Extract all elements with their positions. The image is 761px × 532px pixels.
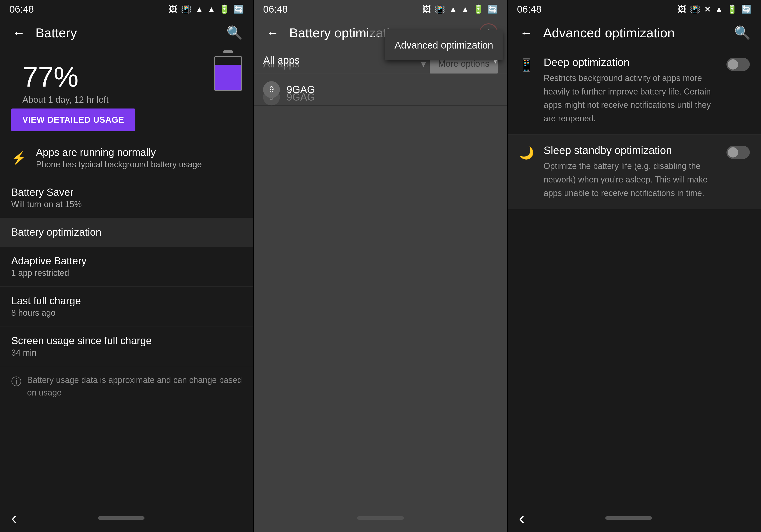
adaptive-battery-item[interactable]: Adaptive Battery 1 app restricted <box>0 247 253 287</box>
nav-back-3[interactable]: ‹ <box>519 508 525 528</box>
status-time-3: 06:48 <box>517 4 542 15</box>
signal-icon: ▲ <box>207 4 216 14</box>
vibrate-icon-3: 📳 <box>690 4 700 14</box>
apps-normal-item: ⚡ Apps are running normally Phone has ty… <box>0 138 253 178</box>
apps-normal-title: Apps are running normally <box>36 146 242 158</box>
battery-saver-subtitle: Will turn on at 15% <box>11 199 242 209</box>
advanced-optimization-menu-item[interactable]: Advanced optimization <box>385 32 502 58</box>
battery-optimization-panel: 06:48 🖼 📳 ▲ ▲ 🔋 🔄 ← Battery optimization… <box>254 0 507 532</box>
sleep-opt-icon: 🌙 <box>519 146 535 160</box>
status-bar-1: 06:48 🖼 📳 ▲ ▲ 🔋 🔄 <box>0 0 253 19</box>
screen-usage-item: Screen usage since full charge 34 min <box>0 326 253 366</box>
top-bar-3: ← Advanced optimization 🔍 <box>508 19 761 47</box>
nav-bottom-3: ‹ <box>508 504 761 532</box>
page-title-1: Battery <box>35 25 218 40</box>
deep-optimization-section: 📱 Deep optimization Restricts background… <box>508 47 761 134</box>
deep-opt-toggle[interactable] <box>727 58 750 71</box>
status-icons-3: 🖼 📳 ✕ ▲ 🔋 🔄 <box>678 4 752 14</box>
nav-back-1[interactable]: ‹ <box>11 508 17 528</box>
nav-pill-1 <box>98 516 145 520</box>
battery-optimization-item[interactable]: Battery optimization <box>0 218 253 247</box>
battery-cap <box>223 50 233 53</box>
wifi-icon-3: ✕ <box>704 4 711 14</box>
battery-fill <box>215 65 241 90</box>
search-button-1[interactable]: 🔍 <box>225 23 244 42</box>
battery-status-icon: ⚡ <box>11 151 28 165</box>
nav-pill-3 <box>605 516 652 520</box>
battery-time-left: About 1 day, 12 hr left <box>11 93 205 105</box>
battery-saver-title: Battery Saver <box>11 186 242 198</box>
status-bar-3: 06:48 🖼 📳 ✕ ▲ 🔋 🔄 <box>508 0 761 19</box>
apps-normal-subtitle: Phone has typical background battery usa… <box>36 160 242 169</box>
refresh-icon-3: 🔄 <box>741 4 752 14</box>
battery-visual <box>214 54 242 91</box>
sleep-opt-toggle[interactable] <box>727 146 750 159</box>
deep-opt-icon: 📱 <box>519 58 535 72</box>
search-icon-3: 🔍 <box>734 25 750 40</box>
deep-opt-content: Deep optimization Restricts background a… <box>544 56 718 125</box>
screen-usage-subtitle: 34 min <box>11 348 242 358</box>
advanced-optimization-panel: 06:48 🖼 📳 ✕ ▲ 🔋 🔄 ← Advanced optimizatio… <box>508 0 761 532</box>
dim-overlay <box>254 0 507 532</box>
sleep-opt-content: Sleep standby optimization Optimize the … <box>544 144 718 200</box>
battery-percent: 77% <box>11 51 205 93</box>
top-bar-1: ← Battery 🔍 <box>0 19 253 47</box>
back-button-3[interactable]: ← <box>517 23 536 42</box>
disclaimer-text: Battery usage data is approximate and ca… <box>27 374 242 399</box>
vibrate-icon: 📳 <box>181 4 192 14</box>
refresh-icon: 🔄 <box>233 4 244 14</box>
search-icon-1: 🔍 <box>226 25 243 40</box>
page-title-3: Advanced optimization <box>543 25 726 40</box>
screen-usage-title: Screen usage since full charge <box>11 335 242 346</box>
apps-normal-text: Apps are running normally Phone has typi… <box>36 146 242 169</box>
battery-body <box>214 56 242 91</box>
adaptive-battery-subtitle: 1 app restricted <box>11 268 242 278</box>
sleep-standby-section: 🌙 Sleep standby optimization Optimize th… <box>508 134 761 209</box>
signal-icon-3: ▲ <box>715 4 723 14</box>
battery-saver-item[interactable]: Battery Saver Will turn on at 15% <box>0 178 253 218</box>
battery-panel: 06:48 🖼 📳 ▲ ▲ 🔋 🔄 ← Battery 🔍 77% About … <box>0 0 254 532</box>
disclaimer-row: ⓘ Battery usage data is approximate and … <box>0 366 253 406</box>
battery-optimization-title: Battery optimization <box>11 226 242 238</box>
back-button-1[interactable]: ← <box>9 23 28 42</box>
last-full-charge-title: Last full charge <box>11 295 242 307</box>
sleep-opt-title: Sleep standby optimization <box>544 144 718 157</box>
view-usage-button[interactable]: VIEW DETAILED USAGE <box>11 109 135 132</box>
last-full-charge-subtitle: 8 hours ago <box>11 308 242 318</box>
battery-icon-status: 🔋 <box>219 4 230 14</box>
deep-opt-desc: Restricts background activity of apps mo… <box>544 72 718 125</box>
info-icon: ⓘ <box>11 375 22 389</box>
dropdown-context-menu: Advanced optimization <box>385 30 502 60</box>
adaptive-battery-title: Adaptive Battery <box>11 255 242 267</box>
photo-icon: 🖼 <box>169 4 177 14</box>
search-button-3[interactable]: 🔍 <box>733 23 752 42</box>
nav-bottom-1: ‹ <box>0 504 253 532</box>
status-icons-1: 🖼 📳 ▲ ▲ 🔋 🔄 <box>169 4 244 14</box>
photo-icon-3: 🖼 <box>678 4 686 14</box>
status-time-1: 06:48 <box>9 4 34 15</box>
sleep-opt-desc: Optimize the battery life (e.g. disablin… <box>544 159 718 200</box>
last-full-charge-item: Last full charge 8 hours ago <box>0 287 253 326</box>
battery-icon-3: 🔋 <box>727 4 737 14</box>
wifi-icon: ▲ <box>195 4 204 14</box>
deep-opt-title: Deep optimization <box>544 56 718 69</box>
